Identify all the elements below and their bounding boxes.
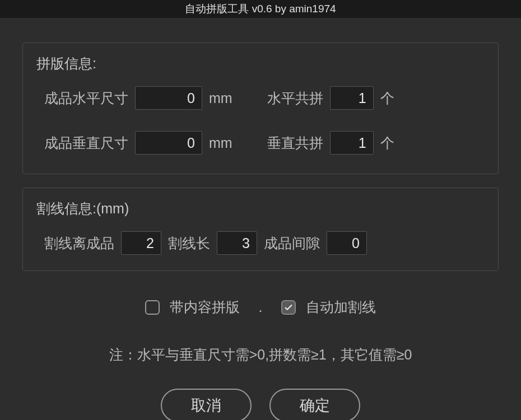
- separator-dot: .: [259, 299, 263, 315]
- unit-mm-1: mm: [209, 90, 232, 106]
- section-title-imposition: 拼版信息:: [36, 54, 485, 73]
- input-vertical-size[interactable]: [135, 131, 202, 155]
- label-auto-cutline: 自动加割线: [306, 298, 376, 316]
- label-vertical-size: 成品垂直尺寸: [44, 134, 128, 152]
- section-title-cutline: 割线信息:(mm): [36, 199, 485, 218]
- input-cut-length[interactable]: [217, 231, 257, 255]
- label-horizontal-count: 水平共拼: [267, 89, 323, 108]
- label-vertical-count: 垂直共拼: [267, 134, 323, 152]
- panel-cutline-info: 割线信息:(mm) 割线离成品 割线长 成品间隙: [22, 188, 499, 271]
- note-text: 注：水平与垂直尺寸需>0,拼数需≥1，其它值需≥0: [22, 346, 499, 364]
- cancel-button[interactable]: 取消: [161, 389, 252, 420]
- label-cut-distance: 割线离成品: [44, 234, 114, 253]
- unit-count-1: 个: [380, 89, 394, 108]
- button-row: 取消 确定: [22, 389, 499, 420]
- unit-count-2: 个: [380, 134, 394, 152]
- check-icon: [283, 302, 294, 312]
- label-with-content: 带内容拼版: [170, 298, 240, 316]
- unit-mm-2: mm: [209, 135, 232, 151]
- input-horizontal-size[interactable]: [135, 86, 202, 110]
- checkbox-auto-cutline[interactable]: [281, 300, 296, 315]
- ok-button[interactable]: 确定: [269, 389, 360, 420]
- input-product-gap[interactable]: [327, 231, 367, 255]
- row-cutline: 割线离成品 割线长 成品间隙: [36, 231, 485, 255]
- title-bar: 自动拼版工具 v0.6 by amin1974: [0, 0, 521, 18]
- input-vertical-count[interactable]: [330, 131, 374, 155]
- checkbox-with-content[interactable]: [145, 300, 160, 315]
- input-cut-distance[interactable]: [121, 231, 161, 255]
- row-horizontal: 成品水平尺寸 mm 水平共拼 个: [36, 86, 485, 110]
- window-body: 拼版信息: 成品水平尺寸 mm 水平共拼 个 成品垂直尺寸 mm 垂直共拼 个 …: [0, 18, 521, 420]
- label-horizontal-size: 成品水平尺寸: [44, 89, 128, 108]
- panel-imposition-info: 拼版信息: 成品水平尺寸 mm 水平共拼 个 成品垂直尺寸 mm 垂直共拼 个: [22, 43, 499, 174]
- row-vertical: 成品垂直尺寸 mm 垂直共拼 个: [36, 131, 485, 155]
- input-horizontal-count[interactable]: [330, 86, 374, 110]
- label-product-gap: 成品间隙: [264, 234, 320, 253]
- checkbox-row: 带内容拼版 . 自动加割线: [22, 298, 499, 316]
- window-title: 自动拼版工具 v0.6 by amin1974: [185, 2, 336, 16]
- label-cut-length: 割线长: [168, 234, 210, 253]
